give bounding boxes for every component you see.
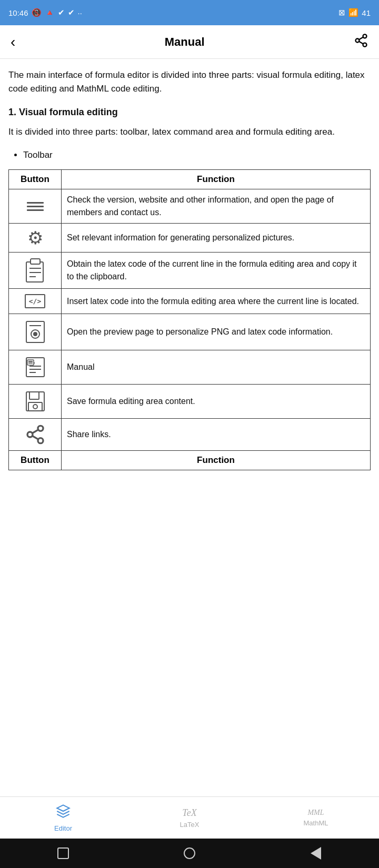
svg-line-3 xyxy=(359,41,363,44)
code-icon: </> xyxy=(25,294,45,308)
table-row: Manual xyxy=(9,350,371,385)
bottom-nav-editor[interactable]: Editor xyxy=(0,797,126,839)
table-row: Open the preview page to personalize PNG… xyxy=(9,314,371,350)
desc-cell-code: Insert latex code into the formula editi… xyxy=(62,289,371,314)
share-button[interactable] xyxy=(354,33,368,51)
preview-icon xyxy=(12,319,58,345)
main-content: The main interface of formula editor is … xyxy=(0,59,379,796)
android-square-button[interactable] xyxy=(56,846,71,861)
desc-cell-clipboard: Obtain the latex code of the current lin… xyxy=(62,253,371,289)
android-nav-bar xyxy=(0,839,379,868)
editor-nav-label: Editor xyxy=(54,824,72,832)
function-table: Button Function Check the version, websi… xyxy=(8,169,371,470)
bullet-list: Toolbar xyxy=(23,148,371,162)
desc-cell-manual: Manual xyxy=(62,350,371,385)
table-row: ⚙ Set relevant information for generatin… xyxy=(9,224,371,253)
desc-cell-share: Share links. xyxy=(62,419,371,451)
section1-heading: 1. Visual formula editing xyxy=(8,107,371,118)
svg-rect-23 xyxy=(29,392,39,399)
table-row: Share links. xyxy=(9,419,371,451)
share-icon xyxy=(12,424,58,445)
status-check1-icon: ✔ xyxy=(58,8,65,17)
nav-bar: ‹ Manual xyxy=(0,25,379,59)
svg-rect-6 xyxy=(31,259,40,264)
icon-cell-code: </> xyxy=(9,289,62,314)
desc-cell-preview: Open the preview page to personalize PNG… xyxy=(62,314,371,350)
android-back-button[interactable] xyxy=(308,846,323,861)
icon-cell-gear: ⚙ xyxy=(9,224,62,253)
intro-text: The main interface of formula editor is … xyxy=(8,68,371,96)
bottom-nav: Editor TeX LaTeX MML MathML xyxy=(0,796,379,839)
header-button: Button xyxy=(9,170,62,189)
header-function: Function xyxy=(62,170,371,189)
svg-point-12 xyxy=(34,332,37,336)
icon-cell-preview xyxy=(9,314,62,350)
status-check2-icon: ✔ xyxy=(68,8,75,17)
icon-cell-share xyxy=(9,419,62,451)
bottom-nav-mathml[interactable]: MML MathML xyxy=(253,797,379,839)
icon-cell-clipboard xyxy=(9,253,62,289)
latex-nav-icon: TeX xyxy=(182,808,196,819)
table-footer-row: Button Function xyxy=(9,451,371,470)
status-signal-icon: 📵 xyxy=(32,8,42,17)
bottom-nav-latex[interactable]: TeX LaTeX xyxy=(126,797,253,839)
manual-icon xyxy=(12,356,58,379)
status-battery-icon: ⊠ xyxy=(338,8,345,17)
editor-nav-icon xyxy=(56,804,71,822)
icon-cell-save xyxy=(9,385,62,419)
status-time: 10:46 xyxy=(8,8,28,17)
gear-icon: ⚙ xyxy=(27,228,43,248)
table-row: Check the version, website and other inf… xyxy=(9,189,371,224)
save-icon xyxy=(12,390,58,413)
table-row: </> Insert latex code into the formula e… xyxy=(9,289,371,314)
svg-line-30 xyxy=(32,430,38,433)
page-title: Manual xyxy=(165,35,205,49)
svg-line-29 xyxy=(32,436,38,440)
status-dots-icon: ·· xyxy=(78,8,82,17)
table-header-row: Button Function xyxy=(9,170,371,189)
status-left: 10:46 📵 🔺 ✔ ✔ ·· xyxy=(8,8,82,17)
section1-subtext: It is divided into three parts: toolbar,… xyxy=(8,125,371,139)
desc-cell-gear: Set relevant information for generating … xyxy=(62,224,371,253)
latex-nav-label: LaTeX xyxy=(180,821,200,829)
status-cloud-icon: 🔺 xyxy=(45,8,55,17)
footer-button: Button xyxy=(9,451,62,470)
footer-function: Function xyxy=(62,451,371,470)
desc-cell-menu: Check the version, website and other inf… xyxy=(62,189,371,224)
status-wifi-icon: 📶 xyxy=(348,8,358,17)
icon-cell-manual xyxy=(9,350,62,385)
status-bar: 10:46 📵 🔺 ✔ ✔ ·· ⊠ 📶 41 xyxy=(0,0,379,25)
desc-cell-save: Save formula editing area content. xyxy=(62,385,371,419)
mathml-nav-icon: MML xyxy=(307,809,324,817)
svg-point-25 xyxy=(33,405,37,409)
clipboard-icon xyxy=(12,258,58,283)
table-row: Save formula editing area content. xyxy=(9,385,371,419)
mathml-nav-label: MathML xyxy=(304,819,328,827)
status-right: ⊠ 📶 41 xyxy=(338,8,371,17)
table-row: Obtain the latex code of the current lin… xyxy=(9,253,371,289)
bullet-toolbar: Toolbar xyxy=(23,148,371,162)
back-button[interactable]: ‹ xyxy=(11,34,15,51)
icon-cell-menu xyxy=(9,189,62,224)
svg-line-4 xyxy=(359,37,363,39)
status-battery-level: 41 xyxy=(362,8,371,17)
menu-icon xyxy=(24,195,47,218)
android-home-button[interactable] xyxy=(182,846,197,861)
